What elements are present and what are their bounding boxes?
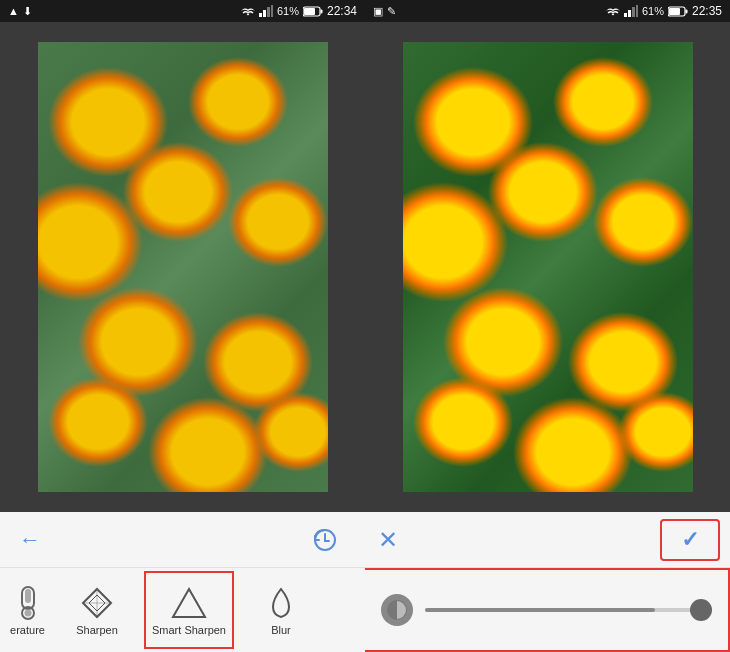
action-bar: ← ✕ ✓ bbox=[0, 512, 730, 568]
status-bar-right: ▣ ✎ 61% 22:35 bbox=[365, 0, 730, 22]
temperature-icon bbox=[10, 585, 46, 621]
right-system-icons: 61% 22:35 bbox=[606, 4, 722, 18]
sharpen-label: Sharpen bbox=[76, 624, 118, 636]
wifi-icon bbox=[241, 5, 255, 17]
blur-icon bbox=[263, 585, 299, 621]
status-bar-left: ▲ ⬇ 61% 22:34 bbox=[0, 0, 365, 22]
original-photo-panel bbox=[0, 22, 365, 512]
svg-rect-0 bbox=[259, 13, 262, 17]
svg-rect-1 bbox=[263, 10, 266, 17]
left-status-icons: ▲ ⬇ bbox=[8, 5, 32, 18]
close-button[interactable]: ✕ bbox=[378, 526, 398, 554]
photo-icon: ▣ bbox=[373, 5, 383, 18]
left-system-icons: 61% 22:34 bbox=[241, 4, 357, 18]
action-left: ← bbox=[0, 529, 60, 551]
sharpened-photo bbox=[403, 42, 693, 492]
slider-thumb[interactable] bbox=[690, 599, 712, 621]
main-area bbox=[0, 22, 730, 512]
time-right: 22:35 bbox=[692, 4, 722, 18]
right-status-icons: ▣ ✎ bbox=[373, 5, 396, 18]
svg-rect-7 bbox=[624, 13, 627, 17]
back-button[interactable]: ← bbox=[19, 529, 41, 551]
svg-marker-24 bbox=[173, 589, 205, 617]
blur-label: Blur bbox=[271, 624, 291, 636]
slider-left-icon bbox=[381, 594, 413, 626]
download-icon: ⬇ bbox=[23, 5, 32, 18]
wifi-icon-right bbox=[606, 5, 620, 17]
svg-rect-2 bbox=[267, 7, 270, 17]
action-center: ✕ bbox=[60, 526, 650, 554]
action-right: ✓ bbox=[650, 519, 730, 561]
edit-icon: ✎ bbox=[387, 5, 396, 18]
sharpened-photo-panel bbox=[365, 22, 730, 512]
svg-rect-10 bbox=[636, 5, 638, 17]
history-button[interactable] bbox=[312, 527, 338, 553]
smart-sharpen-label: Smart Sharpen bbox=[152, 624, 226, 636]
svg-rect-12 bbox=[685, 9, 687, 13]
svg-rect-3 bbox=[271, 5, 273, 17]
battery-percent-left: 61% bbox=[277, 5, 299, 17]
smart-sharpen-icon bbox=[171, 585, 207, 621]
sharpened-flowers bbox=[403, 42, 693, 492]
filter-item-blur[interactable]: Blur bbox=[236, 571, 326, 649]
slider-fill bbox=[425, 608, 655, 612]
time-left: 22:34 bbox=[327, 4, 357, 18]
svg-rect-5 bbox=[320, 9, 322, 13]
filter-bar: erature Sharpen Smart Sharpen bbox=[0, 568, 365, 652]
svg-rect-13 bbox=[669, 8, 680, 15]
svg-point-18 bbox=[24, 609, 31, 616]
svg-rect-9 bbox=[632, 7, 635, 17]
original-flowers bbox=[38, 42, 328, 492]
battery-icon-left bbox=[303, 6, 323, 17]
battery-percent-right: 61% bbox=[642, 5, 664, 17]
slider-track-container[interactable] bbox=[425, 608, 712, 612]
signal-icon-right bbox=[624, 5, 638, 17]
original-photo bbox=[38, 42, 328, 492]
temperature-label: erature bbox=[10, 624, 45, 636]
confirm-button[interactable]: ✓ bbox=[660, 519, 720, 561]
signal-icon bbox=[259, 5, 273, 17]
svg-rect-6 bbox=[304, 8, 315, 15]
sharpen-icon bbox=[79, 585, 115, 621]
svg-rect-16 bbox=[25, 589, 31, 603]
filter-item-sharpen[interactable]: Sharpen bbox=[52, 571, 142, 649]
android-icon: ▲ bbox=[8, 5, 19, 17]
filter-item-smart-sharpen[interactable]: Smart Sharpen bbox=[144, 571, 234, 649]
svg-rect-8 bbox=[628, 10, 631, 17]
filter-item-temperature[interactable]: erature bbox=[5, 571, 50, 649]
slider-area bbox=[365, 568, 730, 652]
battery-icon-right bbox=[668, 6, 688, 17]
